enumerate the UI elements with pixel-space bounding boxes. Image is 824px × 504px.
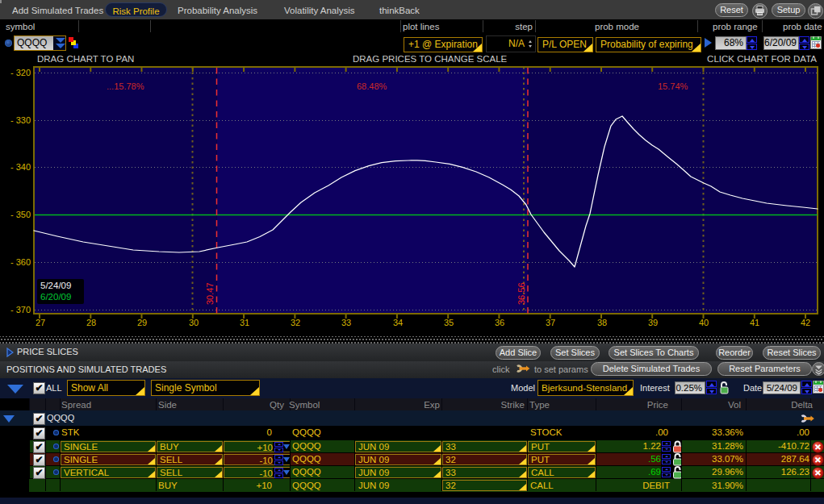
svg-text:36.56: 36.56 [517, 282, 526, 305]
svg-text:- 360: - 360 [10, 257, 31, 267]
svg-text:29: 29 [137, 318, 147, 327]
svg-text:- 370: - 370 [10, 305, 31, 314]
svg-text:37: 37 [546, 318, 555, 327]
svg-text:34: 34 [393, 318, 403, 327]
svg-text:- 330: - 330 [10, 115, 31, 125]
svg-text:5/24/09: 5/24/09 [40, 281, 71, 290]
svg-text:28: 28 [86, 318, 96, 327]
svg-text:40: 40 [699, 318, 709, 327]
svg-text:42: 42 [801, 318, 810, 327]
svg-text:31: 31 [240, 318, 249, 327]
svg-text:30: 30 [189, 318, 199, 327]
svg-text:...15.78%: ...15.78% [107, 81, 144, 91]
svg-text:30.47: 30.47 [205, 282, 215, 305]
svg-text:32: 32 [291, 318, 300, 327]
svg-text:6/20/09: 6/20/09 [40, 292, 71, 302]
svg-text:35: 35 [444, 318, 454, 327]
svg-text:36: 36 [495, 318, 504, 327]
svg-text:- 340: - 340 [10, 162, 31, 172]
svg-text:- 320: - 320 [10, 68, 31, 77]
svg-text:- 350: - 350 [10, 210, 31, 219]
svg-text:68.48%: 68.48% [357, 81, 387, 91]
svg-text:33: 33 [341, 318, 351, 327]
svg-text:41: 41 [750, 318, 759, 327]
svg-text:39: 39 [648, 318, 658, 327]
svg-text:27: 27 [36, 318, 45, 327]
svg-text:15.74%: 15.74% [658, 81, 688, 91]
svg-text:38: 38 [597, 318, 607, 327]
